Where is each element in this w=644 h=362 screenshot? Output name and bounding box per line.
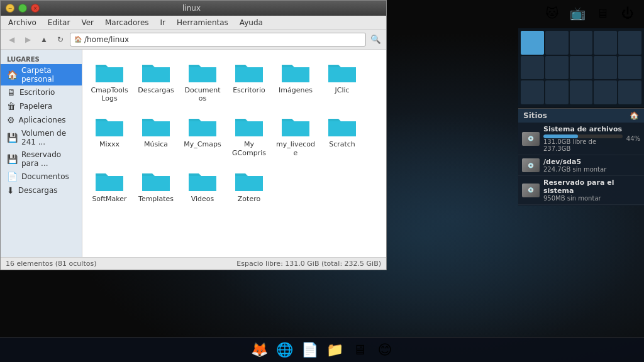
titlebar: − × linux [1, 1, 386, 16]
sidebar-item-aplicaciones[interactable]: ⚙ Aplicaciones [1, 113, 82, 127]
taskbar-files[interactable]: 📄 [298, 339, 321, 361]
tray-icon-power[interactable]: ⏻ [618, 3, 638, 23]
grid-cell-14[interactable] [594, 80, 617, 104]
file-item[interactable]: Documentos [180, 55, 225, 106]
menu-ir[interactable]: Ir [155, 17, 170, 28]
menu-archivo[interactable]: Archivo [3, 17, 42, 28]
drive-icon-2: 💾 [7, 154, 18, 164]
file-name: Scratch [329, 140, 355, 148]
sidebar-label-escritorio: Escritorio [19, 88, 55, 97]
sidebar-item-reservado[interactable]: 💾 Reservado para ... [1, 148, 82, 170]
folder-icon [327, 58, 357, 84]
sidebar-label-papelera: Papelera [19, 102, 52, 111]
file-name: Mixxx [99, 140, 119, 148]
sitios-name-1: Sistema de archivos [543, 125, 623, 133]
folder-icon [94, 58, 125, 84]
grid-cell-4[interactable] [594, 31, 617, 55]
taskbar-terminal[interactable]: 🖥 [348, 339, 371, 361]
sidebar-label-reservado: Reservado para ... [21, 150, 75, 168]
sidebar-item-carpeta-personal[interactable]: 🏠 Carpeta personal [1, 64, 82, 85]
sidebar: Lugares 🏠 Carpeta personal 🖥 Escritorio … [1, 50, 82, 257]
grid-cell-12[interactable] [545, 80, 569, 104]
sidebar-item-papelera[interactable]: 🗑 Papelera [1, 99, 82, 113]
sitios-item-sda5[interactable]: 💿 /dev/sda5 224.7GB sin montar [518, 155, 644, 176]
menu-ayuda[interactable]: Ayuda [235, 17, 268, 28]
grid-cell-3[interactable] [570, 31, 593, 55]
grid-cell-6[interactable] [521, 56, 544, 80]
grid-panel [518, 28, 644, 107]
file-name: Música [144, 140, 168, 148]
file-item[interactable]: Mixxx [87, 109, 131, 160]
file-item[interactable]: Videos [180, 163, 225, 207]
grid-cell-13[interactable] [570, 80, 593, 104]
file-item[interactable]: Descargas [134, 55, 178, 106]
sitios-item-sistema[interactable]: 💿 Sistema de archivos 131.0GB libre de 2… [518, 123, 644, 155]
file-item[interactable]: JClic [320, 55, 364, 106]
sitios-percent-1: 44% [626, 135, 640, 142]
grid-cell-8[interactable] [570, 56, 593, 80]
grid-cell-1[interactable] [521, 31, 544, 55]
file-item[interactable]: SoftMaker [87, 163, 131, 207]
sidebar-label-volumen: Volumen de 241 ... [21, 129, 75, 146]
grid-cell-11[interactable] [521, 80, 544, 104]
taskbar-chrome[interactable]: 🌐 [273, 339, 296, 361]
taskbar-firefox[interactable]: 🦊 [248, 339, 270, 361]
file-item[interactable]: CmapToolsLogs [87, 55, 131, 106]
sitios-home-icon[interactable]: 🏠 [630, 111, 639, 120]
maximize-button[interactable] [18, 4, 27, 13]
grid-cell-9[interactable] [594, 56, 617, 80]
folder-icon [187, 58, 218, 84]
reload-button[interactable]: ↻ [53, 33, 67, 47]
file-item[interactable]: Scratch [320, 109, 364, 160]
file-item[interactable]: Zotero [227, 163, 271, 207]
menu-ver[interactable]: Ver [76, 17, 99, 28]
file-item[interactable]: Imágenes [274, 55, 318, 106]
file-name: Imágenes [279, 86, 313, 94]
sitios-desc-3: 950MB sin montar [543, 195, 640, 202]
close-button[interactable]: × [31, 4, 40, 13]
file-item[interactable]: Templates [134, 163, 178, 207]
search-button[interactable]: 🔍 [369, 33, 382, 47]
tray-icon-monitor[interactable]: 📺 [567, 3, 587, 23]
toolbar: ◀ ▶ ▲ ↻ 🏠 /home/linux 🔍 [1, 30, 386, 50]
file-item[interactable]: My GCompris [227, 109, 271, 160]
folder-icon [94, 112, 125, 138]
file-item[interactable]: my_livecode [274, 109, 318, 160]
back-button[interactable]: ◀ [4, 33, 18, 47]
sidebar-item-escritorio[interactable]: 🖥 Escritorio [1, 85, 82, 99]
folder-icon [327, 112, 357, 138]
sitios-info-3: Reservado para el sistema 950MB sin mont… [543, 178, 640, 202]
grid-cell-15[interactable] [618, 80, 641, 104]
address-bar[interactable]: 🏠 /home/linux [70, 33, 366, 47]
file-item[interactable]: Escritorio [227, 55, 271, 106]
grid-cell-7[interactable] [545, 56, 569, 80]
menu-herramientas[interactable]: Herramientas [172, 17, 233, 28]
forward-button[interactable]: ▶ [21, 33, 35, 47]
sitios-item-reservado[interactable]: 💿 Reservado para el sistema 950MB sin mo… [518, 176, 644, 205]
tray-icon-cat[interactable]: 🐱 [542, 3, 562, 23]
tray-icon-desktop[interactable]: 🖥 [592, 3, 613, 23]
file-item[interactable]: My_Cmaps [180, 109, 225, 160]
file-name: SoftMaker [92, 195, 126, 203]
grid-cell-5[interactable] [618, 31, 641, 55]
desktop-icon: 🖥 [7, 87, 16, 97]
downloads-icon: ⬇ [7, 185, 14, 195]
sitios-drive-icon-1: 💿 [522, 132, 540, 146]
sidebar-item-documentos[interactable]: 📄 Documentos [1, 170, 82, 184]
menu-marcadores[interactable]: Marcadores [100, 17, 154, 28]
folder-icon [94, 167, 125, 192]
up-button[interactable]: ▲ [37, 33, 51, 47]
taskbar-face[interactable]: 😊 [374, 339, 396, 361]
grid-cell-10[interactable] [618, 56, 641, 80]
status-space: Espacio libre: 131.0 GiB (total: 232.5 G… [236, 260, 381, 268]
sidebar-item-volumen[interactable]: 💾 Volumen de 241 ... [1, 127, 82, 148]
sidebar-item-descargas[interactable]: ⬇ Descargas [1, 184, 82, 197]
minimize-button[interactable]: − [6, 4, 14, 13]
taskbar-folder[interactable]: 📁 [323, 339, 346, 361]
menu-editar[interactable]: Editar [43, 17, 75, 28]
file-item[interactable]: Música [134, 109, 178, 160]
sitios-name-2: /dev/sda5 [543, 158, 640, 166]
grid-cell-2[interactable] [545, 31, 569, 55]
folder-icon [234, 112, 264, 138]
sitios-name-3: Reservado para el sistema [543, 178, 640, 195]
